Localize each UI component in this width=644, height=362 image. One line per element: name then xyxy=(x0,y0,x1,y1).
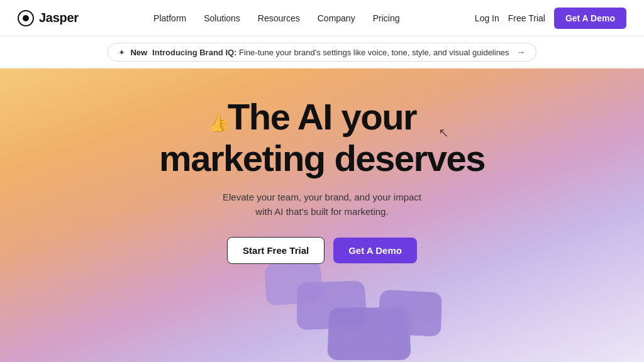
announcement-text: Introducing Brand IQ: Fine-tune your bra… xyxy=(152,48,509,57)
get-demo-nav-button[interactable]: Get A Demo xyxy=(554,8,626,29)
sparkle-icon: ✦ xyxy=(118,48,125,57)
hero-section: The AI your marketing deserves Elevate y… xyxy=(0,69,644,362)
navbar: Jasper Platform Solutions Resources Comp… xyxy=(0,0,644,36)
brand-name: Jasper xyxy=(39,11,79,25)
nav-solutions[interactable]: Solutions xyxy=(204,13,240,23)
nav-links: Platform Solutions Resources Company Pri… xyxy=(153,13,399,23)
hero-content: The AI your marketing deserves Elevate y… xyxy=(0,69,644,289)
hero-buttons: Start Free Trial Get A Demo xyxy=(227,237,417,264)
announcement-bar: ✦ New Introducing Brand IQ: Fine-tune yo… xyxy=(0,36,644,69)
jasper-logo-icon xyxy=(18,10,34,26)
get-demo-hero-button[interactable]: Get A Demo xyxy=(333,238,417,263)
logo[interactable]: Jasper xyxy=(18,10,79,26)
hero-title: The AI your marketing deserves xyxy=(159,96,485,178)
floating-card-4 xyxy=(377,290,442,337)
announcement-pill[interactable]: ✦ New Introducing Brand IQ: Fine-tune yo… xyxy=(108,43,536,62)
start-free-trial-button[interactable]: Start Free Trial xyxy=(227,237,325,264)
nav-platform[interactable]: Platform xyxy=(153,13,186,23)
hero-subtitle: Elevate your team, your brand, and your … xyxy=(215,190,429,219)
login-button[interactable]: Log In xyxy=(475,13,499,23)
floating-card-3 xyxy=(327,307,411,360)
nav-resources[interactable]: Resources xyxy=(258,13,300,23)
announcement-badge: New xyxy=(130,48,147,57)
free-trial-nav-button[interactable]: Free Trial xyxy=(508,13,545,23)
nav-actions: Log In Free Trial Get A Demo xyxy=(475,8,626,29)
announcement-arrow-icon: → xyxy=(517,47,526,57)
svg-point-1 xyxy=(23,15,29,21)
nav-company[interactable]: Company xyxy=(318,13,355,23)
nav-pricing[interactable]: Pricing xyxy=(373,13,400,23)
